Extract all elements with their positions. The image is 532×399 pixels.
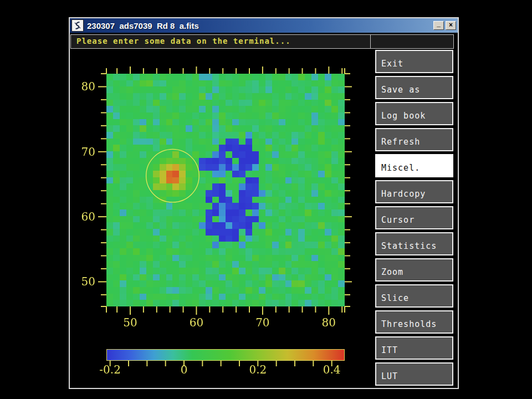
- midas-logo-icon: [73, 21, 82, 30]
- sidebar-item-slice[interactable]: Slice: [375, 284, 453, 308]
- close-button[interactable]: ×: [446, 21, 456, 30]
- sidebar-item-label: LUT: [381, 371, 398, 381]
- sidebar-item-label: Log book: [381, 111, 426, 121]
- sidebar-item-hardcopy[interactable]: Hardcopy: [375, 180, 453, 203]
- y-tick-label: 70: [70, 145, 95, 159]
- sidebar-item-zoom[interactable]: Zoom: [375, 258, 453, 282]
- sidebar-item-save-as[interactable]: Save as: [375, 76, 453, 99]
- sidebar-item-label: Statistics: [381, 241, 437, 251]
- sidebar-item-label: Save as: [381, 85, 420, 95]
- sidebar-item-label: Cursor: [381, 215, 415, 225]
- sidebar-item-refresh[interactable]: Refresh: [375, 128, 453, 151]
- sidebar-item-cursor[interactable]: Cursor: [375, 206, 453, 229]
- x-tick-label: 60: [180, 315, 213, 330]
- minimize-button[interactable]: _: [433, 21, 444, 30]
- sidebar-item-exit[interactable]: Exit: [375, 50, 453, 73]
- sidebar-item-label: Exit: [381, 59, 403, 69]
- x-tick-label: 50: [114, 315, 147, 330]
- x-tick-label: 70: [246, 315, 279, 330]
- colorbar-tick-label: -0.2: [91, 362, 130, 377]
- plot-area: 8070605050607080-0.200.20.4: [70, 52, 374, 388]
- sidebar-item-label: Miscel.: [381, 163, 420, 173]
- sidebar-item-thresholds[interactable]: Thresholds: [375, 310, 453, 334]
- status-message: Please enter some data on the terminal..…: [76, 35, 291, 48]
- sidebar-item-label: Thresholds: [381, 319, 437, 329]
- app-icon: [71, 19, 84, 32]
- colorbar-tick-label: 0.2: [238, 362, 277, 377]
- window-title: 230307 ads7039 Rd 8 a.fits: [87, 21, 432, 30]
- sidebar-item-log-book[interactable]: Log book: [375, 102, 453, 125]
- status-bar: Please enter some data on the terminal..…: [70, 34, 454, 49]
- x-tick-label: 80: [312, 315, 345, 330]
- image-display-canvas[interactable]: [70, 52, 374, 388]
- sidebar-item-label: Hardcopy: [381, 189, 426, 199]
- command-button-panel: ExitSave asLog bookRefreshMiscel.Hardcop…: [375, 50, 453, 388]
- sidebar-item-label: ITT: [381, 345, 398, 355]
- sidebar-item-label: Zoom: [381, 267, 403, 277]
- y-tick-label: 80: [70, 79, 95, 94]
- colorbar-tick-label: 0.4: [313, 362, 351, 377]
- status-bar-divider: [370, 35, 371, 48]
- app-window: 230307 ads7039 Rd 8 a.fits _ × Please en…: [69, 17, 459, 389]
- sidebar-item-statistics[interactable]: Statistics: [375, 232, 453, 255]
- y-tick-label: 50: [70, 274, 95, 289]
- title-bar[interactable]: 230307 ads7039 Rd 8 a.fits _ ×: [70, 18, 458, 33]
- sidebar-item-label: Slice: [381, 293, 409, 303]
- sidebar-item-miscel[interactable]: Miscel.: [375, 154, 453, 177]
- sidebar-item-lut[interactable]: LUT: [375, 362, 453, 386]
- sidebar-item-label: Refresh: [381, 137, 420, 147]
- y-tick-label: 60: [70, 209, 95, 224]
- colorbar-tick-label: 0: [165, 362, 203, 377]
- sidebar-item-itt[interactable]: ITT: [375, 336, 453, 360]
